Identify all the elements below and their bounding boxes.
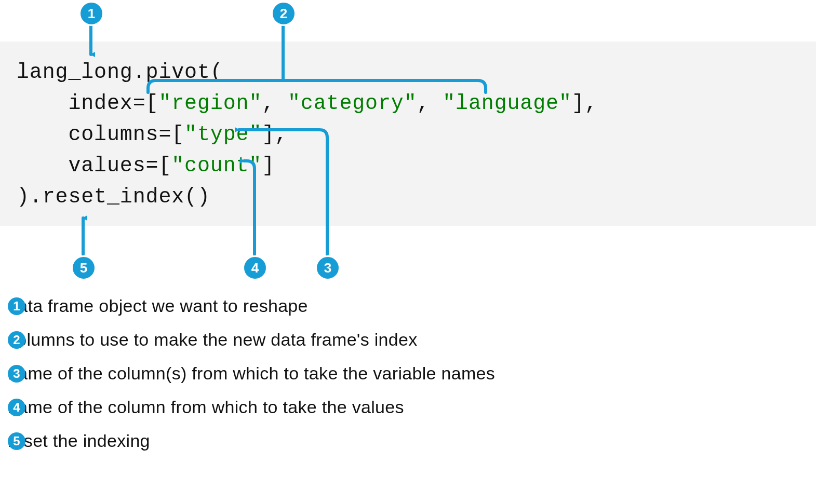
legend-row-5: 5 reset the indexing bbox=[8, 431, 735, 451]
badge-2: 2 bbox=[271, 1, 296, 26]
legend: 1 data frame object we want to reshape 2… bbox=[8, 296, 735, 465]
code-line-3-suffix: ], bbox=[262, 123, 288, 146]
badge-3-num: 3 bbox=[324, 260, 331, 276]
badge-1-num: 1 bbox=[88, 6, 95, 22]
legend-badge-2: 2 bbox=[8, 331, 25, 349]
badge-4: 4 bbox=[243, 255, 267, 280]
legend-badge-5: 5 bbox=[8, 432, 25, 450]
code-comma-1: , bbox=[262, 92, 288, 115]
code-line-3-prefix: columns=[ bbox=[17, 123, 184, 146]
code-line-1: lang_long.pivot( bbox=[17, 61, 223, 84]
code-str-region: "region" bbox=[158, 92, 262, 115]
badge-5-num: 5 bbox=[80, 260, 87, 276]
legend-text-3: name of the column(s) from which to take… bbox=[8, 363, 495, 384]
code-line-4-suffix: ] bbox=[262, 154, 275, 178]
code-str-count: "count" bbox=[171, 154, 262, 178]
code-comma-2: , bbox=[417, 92, 443, 115]
code-line-5: ).reset_index() bbox=[17, 185, 210, 209]
legend-badge-5-num: 5 bbox=[13, 434, 20, 448]
legend-badge-4-num: 4 bbox=[13, 400, 20, 415]
legend-badge-4: 4 bbox=[8, 399, 25, 416]
badge-5: 5 bbox=[71, 255, 96, 280]
badge-3: 3 bbox=[315, 255, 340, 280]
badge-4-num: 4 bbox=[251, 260, 259, 276]
code-str-language: "language" bbox=[443, 92, 572, 115]
code-block: lang_long.pivot( index=["region", "categ… bbox=[17, 57, 598, 213]
code-line-2-prefix: index=[ bbox=[17, 92, 158, 115]
legend-text-2: columns to use to make the new data fram… bbox=[8, 330, 417, 350]
legend-text-5: reset the indexing bbox=[8, 431, 150, 451]
code-line-4-prefix: values=[ bbox=[17, 154, 171, 178]
legend-text-1: data frame object we want to reshape bbox=[8, 296, 308, 316]
legend-badge-1-num: 1 bbox=[13, 299, 20, 314]
legend-badge-1: 1 bbox=[8, 297, 25, 315]
legend-badge-2-num: 2 bbox=[13, 333, 20, 347]
legend-row-4: 4 name of the column from which to take … bbox=[8, 397, 735, 417]
code-str-type: "type" bbox=[184, 123, 262, 146]
code-str-category: "category" bbox=[288, 92, 417, 115]
legend-row-3: 3 name of the column(s) from which to ta… bbox=[8, 363, 735, 384]
badge-1: 1 bbox=[79, 1, 104, 26]
legend-badge-3-num: 3 bbox=[13, 366, 20, 381]
diagram-canvas: lang_long.pivot( index=["region", "categ… bbox=[0, 0, 816, 504]
legend-row-2: 2 columns to use to make the new data fr… bbox=[8, 330, 735, 350]
legend-text-4: name of the column from which to take th… bbox=[8, 397, 404, 417]
legend-badge-3: 3 bbox=[8, 365, 25, 383]
badge-2-num: 2 bbox=[280, 6, 287, 22]
code-line-2-suffix: ], bbox=[572, 92, 598, 115]
legend-row-1: 1 data frame object we want to reshape bbox=[8, 296, 735, 316]
